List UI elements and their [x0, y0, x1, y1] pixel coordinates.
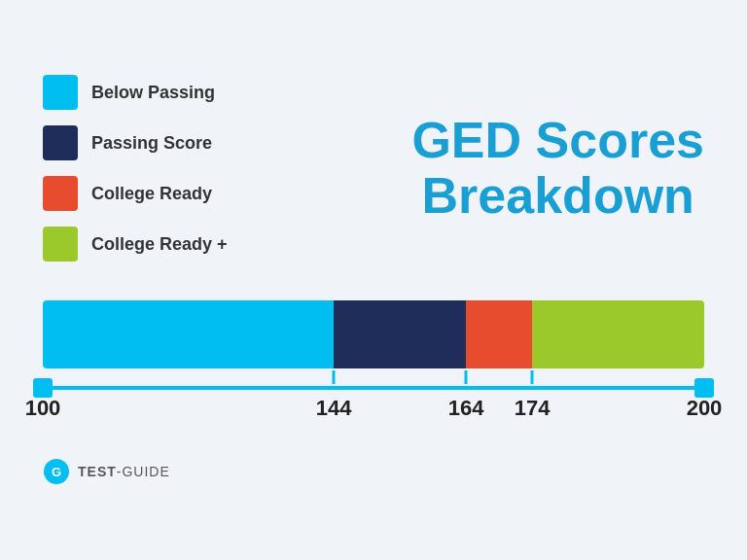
scale-label-174: 174 — [515, 396, 551, 421]
tick-174 — [531, 370, 534, 384]
footer-brand-bold: TEST — [78, 464, 117, 479]
scale-label-144: 144 — [316, 396, 352, 421]
legend: Below Passing Passing Score College Read… — [43, 75, 228, 262]
below-passing-label: Below Passing — [91, 83, 215, 103]
chart-title-line2: Breakdown — [411, 168, 704, 224]
top-section: Below Passing Passing Score College Read… — [43, 75, 704, 262]
below-passing-swatch — [43, 75, 78, 110]
chart-title-line1: GED Scores — [411, 113, 704, 168]
scale-labels: 100 144 164 174 200 — [43, 396, 704, 431]
college-ready-plus-swatch — [43, 227, 78, 262]
footer-brand: TEST-GUIDE — [78, 464, 170, 479]
bar-passing-score — [334, 300, 466, 368]
footer-logo-icon: G — [43, 458, 70, 485]
score-bar — [43, 300, 704, 368]
legend-item-college-ready: College Ready — [43, 176, 228, 211]
footer: G TEST-GUIDE — [43, 458, 704, 485]
college-ready-plus-label: College Ready + — [91, 234, 228, 255]
bar-college-ready-plus — [532, 300, 704, 368]
scale-label-200: 200 — [687, 396, 723, 421]
scale-line — [43, 386, 704, 390]
footer-brand-light: -GUIDE — [117, 464, 170, 479]
bar-below-passing — [43, 300, 334, 368]
legend-item-passing-score: Passing Score — [43, 125, 228, 160]
passing-score-swatch — [43, 125, 78, 160]
main-container: Below Passing Passing Score College Read… — [14, 55, 733, 505]
scale-label-164: 164 — [448, 396, 484, 421]
college-ready-label: College Ready — [91, 184, 212, 204]
svg-text:G: G — [52, 465, 61, 479]
legend-item-below-passing: Below Passing — [43, 75, 228, 110]
tick-marks — [43, 370, 704, 386]
passing-score-label: Passing Score — [91, 133, 212, 154]
college-ready-swatch — [43, 176, 78, 211]
tick-144 — [333, 370, 336, 384]
legend-item-college-ready-plus: College Ready + — [43, 227, 228, 262]
bar-college-ready — [466, 300, 532, 368]
scale-label-100: 100 — [25, 396, 61, 421]
chart-title: GED Scores Breakdown — [411, 113, 704, 224]
bar-section: 100 144 164 174 200 — [43, 300, 704, 431]
tick-164 — [465, 370, 468, 384]
scale-wrapper: 100 144 164 174 200 — [43, 370, 704, 431]
